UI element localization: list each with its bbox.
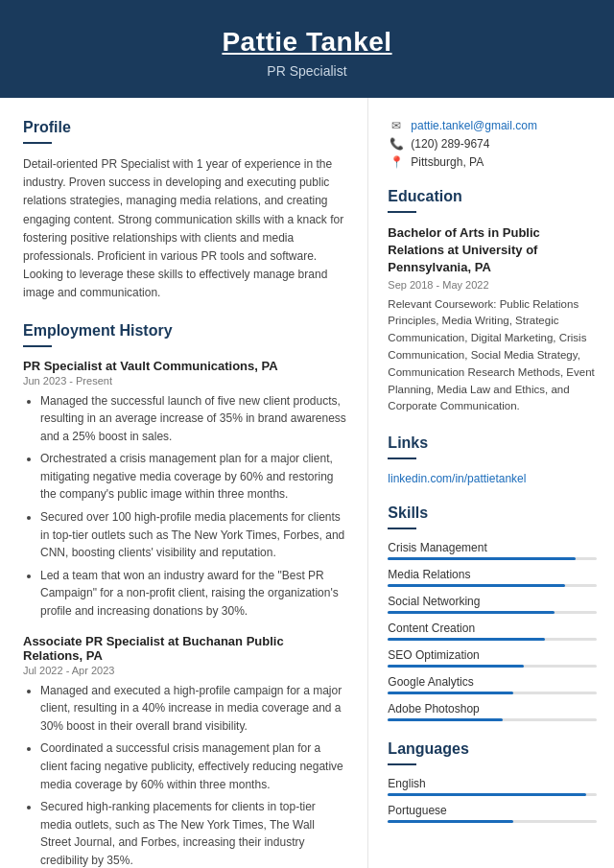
skill-item: Content Creation [388, 622, 597, 641]
skill-name: Adobe Photoshop [388, 702, 597, 716]
skill-bar-bg [388, 611, 597, 614]
email-link[interactable]: pattie.tankel@gmail.com [411, 119, 537, 132]
skill-bar-bg [388, 718, 597, 721]
skill-item: Google Analytics [388, 675, 597, 694]
language-bar-bg [388, 793, 597, 796]
employment-divider [23, 345, 52, 347]
languages-divider [388, 763, 416, 765]
skills-title: Skills [388, 504, 597, 522]
job-bullet: Led a team that won an industry award fo… [40, 567, 346, 621]
language-bar-fill [388, 793, 586, 796]
skill-name: Media Relations [388, 568, 597, 581]
employment-title: Employment History [23, 322, 346, 340]
skill-bar-bg [388, 584, 597, 587]
job-bullet: Orchestrated a crisis management plan fo… [40, 450, 346, 504]
contact-location: 📍 Pittsburgh, PA [388, 155, 597, 169]
jobs-list: PR Specialist at Vault Communications, P… [23, 359, 346, 869]
links-section: Links linkedin.com/in/pattietankel [388, 434, 597, 485]
skill-bar-fill [388, 557, 576, 560]
skill-bar-fill [388, 665, 523, 668]
skill-bar-fill [388, 611, 555, 614]
language-item: English [388, 777, 597, 796]
location-text: Pittsburgh, PA [411, 155, 484, 169]
profile-divider [23, 142, 52, 144]
skill-bar-bg [388, 638, 597, 641]
skill-bar-fill [388, 718, 503, 721]
profile-title: Profile [23, 119, 346, 136]
skills-divider [388, 528, 416, 529]
education-divider [388, 211, 416, 213]
job-item: Associate PR Specialist at Buchanan Publ… [23, 634, 346, 868]
skill-name: Google Analytics [388, 675, 597, 689]
languages-section: Languages EnglishPortuguese [388, 740, 597, 823]
skill-bar-bg [388, 665, 597, 668]
resume-header: Pattie Tankel PR Specialist [0, 0, 614, 98]
language-bar-bg [388, 820, 597, 823]
skill-bar-bg [388, 692, 597, 694]
skill-name: Social Networking [388, 595, 597, 608]
link-item: linkedin.com/in/pattietankel [388, 471, 597, 485]
candidate-title: PR Specialist [19, 63, 595, 79]
skill-item: SEO Optimization [388, 648, 597, 668]
phone-text: (120) 289-9674 [411, 137, 489, 151]
job-bullet: Managed the successful launch of five ne… [40, 392, 346, 446]
job-bullets: Managed and executed a high-profile camp… [23, 682, 346, 868]
links-list: linkedin.com/in/pattietankel [388, 471, 597, 485]
job-bullet: Secured over 100 high-profile media plac… [40, 508, 346, 562]
language-bar-fill [388, 820, 513, 823]
edu-coursework: Relevant Coursework: Public Relations Pr… [388, 296, 597, 416]
job-bullets: Managed the successful launch of five ne… [23, 392, 346, 621]
languages-list: EnglishPortuguese [388, 777, 597, 823]
job-title: Associate PR Specialist at Buchanan Publ… [23, 634, 346, 663]
skill-item: Social Networking [388, 595, 597, 614]
language-item: Portuguese [388, 804, 597, 823]
job-bullet: Secured high-ranking placements for clie… [40, 798, 346, 868]
edu-date: Sep 2018 - May 2022 [388, 279, 597, 291]
phone-icon: 📞 [388, 137, 405, 151]
education-section: Education Bachelor of Arts in Public Rel… [388, 188, 597, 415]
email-icon: ✉ [388, 119, 405, 132]
contact-phone: 📞 (120) 289-9674 [388, 137, 597, 151]
location-icon: 📍 [388, 155, 405, 169]
profile-section: Profile Detail-oriented PR Specialist wi… [23, 119, 346, 303]
job-date: Jul 2022 - Apr 2023 [23, 665, 346, 676]
skill-bar-fill [388, 692, 513, 694]
skill-item: Media Relations [388, 568, 597, 587]
language-name: Portuguese [388, 804, 597, 817]
links-divider [388, 457, 416, 459]
skills-section: Skills Crisis ManagementMedia RelationsS… [388, 504, 597, 721]
skills-list: Crisis ManagementMedia RelationsSocial N… [388, 541, 597, 721]
skill-item: Adobe Photoshop [388, 702, 597, 721]
contact-section: ✉ pattie.tankel@gmail.com 📞 (120) 289-96… [388, 119, 597, 169]
left-column: Profile Detail-oriented PR Specialist wi… [0, 98, 368, 868]
profile-text: Detail-oriented PR Specialist with 1 yea… [23, 155, 346, 303]
job-bullet: Managed and executed a high-profile camp… [40, 682, 346, 736]
languages-title: Languages [388, 740, 597, 758]
edu-degree: Bachelor of Arts in Public Relations at … [388, 224, 597, 277]
job-date: Jun 2023 - Present [23, 375, 346, 387]
skill-bar-bg [388, 557, 597, 560]
education-title: Education [388, 188, 597, 205]
skill-name: SEO Optimization [388, 648, 597, 662]
skill-bar-fill [388, 584, 565, 587]
contact-email: ✉ pattie.tankel@gmail.com [388, 119, 597, 132]
skill-bar-fill [388, 638, 544, 641]
job-bullet: Coordinated a successful crisis manageme… [40, 739, 346, 793]
language-name: English [388, 777, 597, 790]
right-column: ✉ pattie.tankel@gmail.com 📞 (120) 289-96… [368, 98, 614, 868]
candidate-name: Pattie Tankel [19, 27, 595, 58]
skill-item: Crisis Management [388, 541, 597, 560]
job-item: PR Specialist at Vault Communications, P… [23, 359, 346, 621]
job-title: PR Specialist at Vault Communications, P… [23, 359, 346, 373]
skill-name: Content Creation [388, 622, 597, 635]
employment-section: Employment History PR Specialist at Vaul… [23, 322, 346, 869]
skill-name: Crisis Management [388, 541, 597, 554]
linkedin-link[interactable]: linkedin.com/in/pattietankel [388, 472, 526, 485]
links-title: Links [388, 434, 597, 452]
